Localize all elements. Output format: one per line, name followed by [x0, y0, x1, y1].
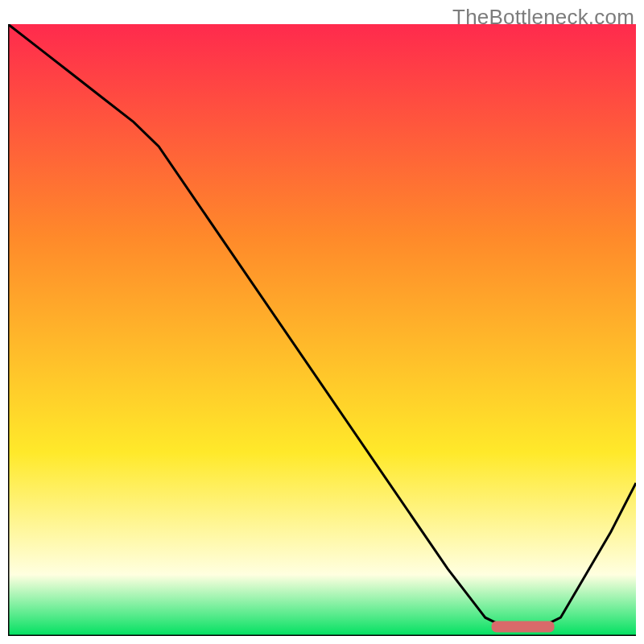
chart-marker: [492, 621, 555, 633]
chart-background-gradient: [8, 24, 636, 636]
chart-svg: [8, 24, 636, 636]
chart-plot-area: [8, 24, 636, 636]
chart-container: TheBottleneck.com: [0, 0, 644, 644]
